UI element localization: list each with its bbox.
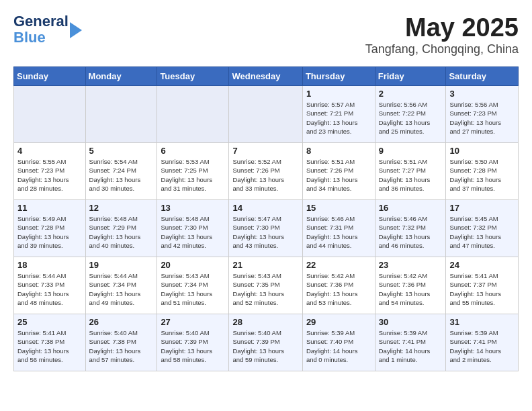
calendar-cell: 11Sunrise: 5:49 AM Sunset: 7:28 PM Dayli… (14, 200, 86, 257)
day-info: Sunrise: 5:46 AM Sunset: 7:31 PM Dayligh… (306, 214, 371, 250)
calendar-cell: 15Sunrise: 5:46 AM Sunset: 7:31 PM Dayli… (302, 200, 375, 257)
calendar-cell: 23Sunrise: 5:42 AM Sunset: 7:36 PM Dayli… (375, 257, 446, 314)
calendar-cell: 2Sunrise: 5:56 AM Sunset: 7:22 PM Daylig… (375, 86, 446, 143)
day-number: 21 (232, 260, 298, 270)
day-info: Sunrise: 5:42 AM Sunset: 7:36 PM Dayligh… (306, 271, 371, 307)
calendar-cell: 24Sunrise: 5:41 AM Sunset: 7:37 PM Dayli… (446, 257, 519, 314)
day-info: Sunrise: 5:47 AM Sunset: 7:30 PM Dayligh… (232, 214, 298, 250)
calendar-cell: 12Sunrise: 5:48 AM Sunset: 7:29 PM Dayli… (85, 200, 157, 257)
calendar-cell (157, 86, 229, 143)
day-number: 5 (89, 146, 154, 156)
calendar-cell: 3Sunrise: 5:56 AM Sunset: 7:23 PM Daylig… (446, 86, 519, 143)
day-info: Sunrise: 5:52 AM Sunset: 7:26 PM Dayligh… (232, 157, 298, 193)
calendar-cell (14, 86, 86, 143)
title-block: May 2025 Tangfang, Chongqing, China (365, 13, 519, 56)
week-row-2: 4Sunrise: 5:55 AM Sunset: 7:23 PM Daylig… (14, 143, 519, 200)
logo: GeneralBlue (13, 13, 82, 46)
week-row-3: 11Sunrise: 5:49 AM Sunset: 7:28 PM Dayli… (14, 200, 519, 257)
day-number: 10 (449, 146, 515, 156)
calendar-cell: 6Sunrise: 5:53 AM Sunset: 7:25 PM Daylig… (157, 143, 229, 200)
calendar-cell: 9Sunrise: 5:51 AM Sunset: 7:27 PM Daylig… (375, 143, 446, 200)
day-number: 14 (232, 203, 298, 213)
day-info: Sunrise: 5:57 AM Sunset: 7:21 PM Dayligh… (306, 100, 371, 136)
calendar-cell: 28Sunrise: 5:40 AM Sunset: 7:39 PM Dayli… (229, 314, 302, 371)
calendar-cell: 27Sunrise: 5:40 AM Sunset: 7:39 PM Dayli… (157, 314, 229, 371)
calendar-cell: 30Sunrise: 5:39 AM Sunset: 7:41 PM Dayli… (375, 314, 446, 371)
calendar-cell (229, 86, 302, 143)
day-info: Sunrise: 5:53 AM Sunset: 7:25 PM Dayligh… (161, 157, 225, 193)
day-number: 25 (17, 317, 82, 327)
day-info: Sunrise: 5:39 AM Sunset: 7:41 PM Dayligh… (449, 328, 515, 364)
day-info: Sunrise: 5:39 AM Sunset: 7:40 PM Dayligh… (306, 328, 371, 364)
day-number: 1 (306, 89, 371, 99)
calendar-cell: 21Sunrise: 5:43 AM Sunset: 7:35 PM Dayli… (229, 257, 302, 314)
header-cell-tuesday: Tuesday (157, 67, 229, 86)
day-info: Sunrise: 5:40 AM Sunset: 7:39 PM Dayligh… (161, 328, 225, 364)
week-row-4: 18Sunrise: 5:44 AM Sunset: 7:33 PM Dayli… (14, 257, 519, 314)
day-info: Sunrise: 5:51 AM Sunset: 7:27 PM Dayligh… (379, 157, 443, 193)
day-number: 12 (89, 203, 154, 213)
day-number: 27 (161, 317, 225, 327)
logo-text: GeneralBlue (13, 13, 69, 46)
calendar-cell (85, 86, 157, 143)
header-cell-sunday: Sunday (14, 67, 86, 86)
calendar-subtitle: Tangfang, Chongqing, China (365, 42, 519, 56)
day-number: 2 (379, 89, 443, 99)
logo-arrow-icon (70, 22, 82, 38)
day-info: Sunrise: 5:48 AM Sunset: 7:29 PM Dayligh… (89, 214, 154, 250)
calendar-cell: 17Sunrise: 5:45 AM Sunset: 7:32 PM Dayli… (446, 200, 519, 257)
day-number: 30 (379, 317, 443, 327)
day-info: Sunrise: 5:40 AM Sunset: 7:39 PM Dayligh… (232, 328, 298, 364)
calendar-cell: 22Sunrise: 5:42 AM Sunset: 7:36 PM Dayli… (302, 257, 375, 314)
day-info: Sunrise: 5:45 AM Sunset: 7:32 PM Dayligh… (449, 214, 515, 250)
day-info: Sunrise: 5:43 AM Sunset: 7:35 PM Dayligh… (232, 271, 298, 307)
day-info: Sunrise: 5:44 AM Sunset: 7:34 PM Dayligh… (89, 271, 154, 307)
day-number: 31 (449, 317, 515, 327)
day-info: Sunrise: 5:42 AM Sunset: 7:36 PM Dayligh… (379, 271, 443, 307)
day-info: Sunrise: 5:50 AM Sunset: 7:28 PM Dayligh… (449, 157, 515, 193)
day-info: Sunrise: 5:46 AM Sunset: 7:32 PM Dayligh… (379, 214, 443, 250)
day-number: 7 (232, 146, 298, 156)
day-number: 24 (449, 260, 515, 270)
calendar-cell: 4Sunrise: 5:55 AM Sunset: 7:23 PM Daylig… (14, 143, 86, 200)
calendar-cell: 25Sunrise: 5:41 AM Sunset: 7:38 PM Dayli… (14, 314, 86, 371)
day-info: Sunrise: 5:55 AM Sunset: 7:23 PM Dayligh… (17, 157, 82, 193)
day-number: 29 (306, 317, 371, 327)
day-number: 6 (161, 146, 225, 156)
header-cell-thursday: Thursday (302, 67, 375, 86)
day-info: Sunrise: 5:48 AM Sunset: 7:30 PM Dayligh… (161, 214, 225, 250)
day-number: 19 (89, 260, 154, 270)
page-header: GeneralBlue May 2025 Tangfang, Chongqing… (13, 13, 519, 56)
day-number: 3 (449, 89, 515, 99)
calendar-cell: 20Sunrise: 5:43 AM Sunset: 7:34 PM Dayli… (157, 257, 229, 314)
day-info: Sunrise: 5:41 AM Sunset: 7:38 PM Dayligh… (17, 328, 82, 364)
day-number: 8 (306, 146, 371, 156)
day-info: Sunrise: 5:41 AM Sunset: 7:37 PM Dayligh… (449, 271, 515, 307)
day-number: 26 (89, 317, 154, 327)
day-number: 4 (17, 146, 82, 156)
week-row-5: 25Sunrise: 5:41 AM Sunset: 7:38 PM Dayli… (14, 314, 519, 371)
day-number: 20 (161, 260, 225, 270)
header-cell-wednesday: Wednesday (229, 67, 302, 86)
calendar-cell: 31Sunrise: 5:39 AM Sunset: 7:41 PM Dayli… (446, 314, 519, 371)
calendar-table: SundayMondayTuesdayWednesdayThursdayFrid… (13, 66, 519, 371)
day-info: Sunrise: 5:51 AM Sunset: 7:26 PM Dayligh… (306, 157, 371, 193)
day-number: 22 (306, 260, 371, 270)
calendar-cell: 7Sunrise: 5:52 AM Sunset: 7:26 PM Daylig… (229, 143, 302, 200)
day-number: 16 (379, 203, 443, 213)
day-number: 15 (306, 203, 371, 213)
day-info: Sunrise: 5:56 AM Sunset: 7:22 PM Dayligh… (379, 100, 443, 136)
calendar-cell: 19Sunrise: 5:44 AM Sunset: 7:34 PM Dayli… (85, 257, 157, 314)
day-number: 9 (379, 146, 443, 156)
week-row-1: 1Sunrise: 5:57 AM Sunset: 7:21 PM Daylig… (14, 86, 519, 143)
day-number: 13 (161, 203, 225, 213)
calendar-cell: 29Sunrise: 5:39 AM Sunset: 7:40 PM Dayli… (302, 314, 375, 371)
calendar-cell: 18Sunrise: 5:44 AM Sunset: 7:33 PM Dayli… (14, 257, 86, 314)
day-number: 23 (379, 260, 443, 270)
calendar-cell: 1Sunrise: 5:57 AM Sunset: 7:21 PM Daylig… (302, 86, 375, 143)
header-row: SundayMondayTuesdayWednesdayThursdayFrid… (14, 67, 519, 86)
calendar-cell: 13Sunrise: 5:48 AM Sunset: 7:30 PM Dayli… (157, 200, 229, 257)
calendar-title: May 2025 (365, 13, 519, 42)
day-info: Sunrise: 5:43 AM Sunset: 7:34 PM Dayligh… (161, 271, 225, 307)
day-number: 17 (449, 203, 515, 213)
